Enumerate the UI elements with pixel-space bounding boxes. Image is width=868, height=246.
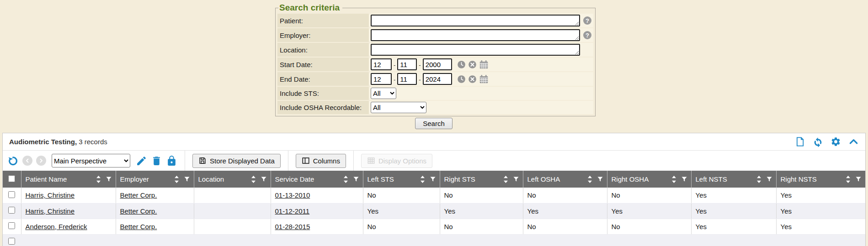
start-date-year-input[interactable]	[423, 58, 452, 70]
grid-toolbar: Main Perspective Store Displayed Data Co…	[3, 151, 865, 171]
column-header-right-sts[interactable]: Right STS	[444, 175, 503, 183]
column-header-left-sts[interactable]: Left STS	[367, 175, 420, 183]
clear-icon[interactable]	[468, 60, 477, 69]
filter-icon[interactable]	[106, 176, 112, 183]
end-date-day-input[interactable]	[397, 73, 417, 85]
filter-icon[interactable]	[184, 176, 190, 183]
column-header-left-osha[interactable]: Left OSHA	[527, 175, 587, 183]
patient-label: Patient:	[277, 14, 369, 27]
collapse-icon[interactable]	[848, 136, 859, 147]
calendar-icon[interactable]	[479, 74, 489, 84]
footer-checkbox[interactable]	[8, 238, 15, 245]
search-button[interactable]: Search	[415, 118, 453, 129]
include-osha-select[interactable]: All	[371, 102, 426, 113]
columns-button[interactable]: Columns	[296, 154, 346, 168]
filter-icon[interactable]	[353, 176, 359, 183]
new-record-icon[interactable]	[795, 136, 805, 147]
row-checkbox[interactable]	[8, 207, 15, 214]
left-sts-cell: No	[363, 219, 440, 234]
help-icon[interactable]: ?	[583, 16, 591, 25]
sort-icon[interactable]	[96, 176, 101, 183]
perspective-select[interactable]: Main Perspective	[52, 154, 130, 167]
start-date-month-input[interactable]	[371, 58, 392, 70]
store-displayed-data-label: Store Displayed Data	[210, 157, 275, 165]
toolbar-separator	[353, 151, 354, 171]
end-date-row: End Date: - -	[277, 72, 593, 86]
employer-link[interactable]: Better Corp.	[120, 223, 157, 230]
right-sts-cell: Yes	[440, 203, 523, 219]
column-header-right-osha[interactable]: Right OSHA	[612, 175, 671, 183]
clock-icon[interactable]	[457, 60, 466, 69]
employer-link[interactable]: Better Corp.	[120, 207, 157, 215]
employer-row: Employer: ?	[277, 28, 593, 42]
start-date-row: Start Date: - -	[277, 58, 593, 71]
patient-row: Patient: ?	[277, 14, 593, 27]
location-input[interactable]	[371, 44, 580, 56]
end-date-year-input[interactable]	[423, 73, 452, 85]
sort-icon[interactable]	[503, 176, 509, 183]
sort-icon[interactable]	[420, 176, 426, 183]
edit-icon[interactable]	[136, 155, 147, 167]
calendar-icon[interactable]	[479, 60, 489, 69]
service-date-link[interactable]: 01-28-2015	[275, 223, 310, 230]
location-cell	[194, 188, 271, 203]
start-date-label: Start Date:	[277, 58, 369, 71]
service-date-link[interactable]: 01-12-2011	[275, 207, 310, 215]
filter-icon[interactable]	[597, 176, 603, 183]
service-date-link[interactable]: 01-13-2010	[275, 191, 310, 199]
date-separator: -	[394, 62, 395, 70]
employer-input[interactable]	[371, 29, 580, 41]
sort-icon[interactable]	[587, 176, 593, 183]
sort-icon[interactable]	[845, 176, 851, 183]
filter-icon[interactable]	[855, 176, 862, 183]
toolbar-separator	[288, 151, 288, 171]
lock-icon[interactable]	[166, 155, 177, 167]
filter-icon[interactable]	[430, 176, 436, 183]
display-options-button: Display Options	[361, 154, 432, 168]
columns-label: Columns	[313, 157, 340, 165]
select-all-checkbox[interactable]	[8, 175, 15, 182]
column-header-service-date[interactable]: Service Date	[275, 175, 343, 183]
column-header-patient-name[interactable]: Patient Name	[26, 175, 96, 183]
sort-icon[interactable]	[756, 176, 762, 183]
column-header-employer[interactable]: Employer	[120, 175, 174, 183]
clock-icon[interactable]	[457, 75, 466, 84]
sort-icon[interactable]	[343, 176, 349, 183]
sort-icon[interactable]	[250, 176, 256, 183]
filter-icon[interactable]	[261, 176, 267, 183]
refresh-icon[interactable]	[813, 136, 823, 147]
employer-link[interactable]: Better Corp.	[120, 191, 157, 199]
clear-icon[interactable]	[468, 75, 477, 84]
search-criteria-legend: Search criteria	[278, 3, 342, 13]
filter-icon[interactable]	[766, 176, 772, 183]
patient-link[interactable]: Harris, Christine	[26, 207, 75, 215]
end-date-month-input[interactable]	[371, 73, 392, 85]
settings-icon[interactable]	[831, 136, 841, 147]
store-displayed-data-button[interactable]: Store Displayed Data	[192, 154, 281, 168]
sort-icon[interactable]	[671, 176, 677, 183]
filter-icon[interactable]	[681, 176, 687, 183]
column-header-location[interactable]: Location	[198, 175, 250, 183]
help-icon[interactable]: ?	[583, 31, 591, 39]
column-header-right-nsts[interactable]: Right NSTS	[781, 175, 846, 183]
panel-titlebar: Audiometric Testing, 3 records	[3, 133, 865, 151]
start-date-day-input[interactable]	[397, 58, 417, 70]
patient-input[interactable]	[371, 15, 580, 26]
patient-link[interactable]: Anderson, Frederick	[26, 223, 87, 230]
delete-icon[interactable]	[151, 155, 162, 167]
left-osha-cell: No	[523, 219, 607, 234]
patient-link[interactable]: Harris, Christine	[26, 191, 75, 199]
record-count: 3 records	[77, 138, 107, 146]
save-icon	[198, 157, 207, 165]
include-sts-select[interactable]: All	[371, 88, 396, 99]
date-separator: -	[394, 76, 395, 85]
row-checkbox[interactable]	[8, 191, 15, 198]
display-options-icon	[367, 157, 375, 165]
undo-icon[interactable]	[7, 155, 19, 167]
sort-icon[interactable]	[174, 176, 180, 183]
filter-icon[interactable]	[513, 176, 519, 183]
column-header-left-nsts[interactable]: Left NSTS	[696, 175, 756, 183]
date-separator: -	[419, 76, 421, 85]
row-checkbox[interactable]	[8, 222, 15, 229]
right-osha-cell: Yes	[607, 203, 691, 219]
